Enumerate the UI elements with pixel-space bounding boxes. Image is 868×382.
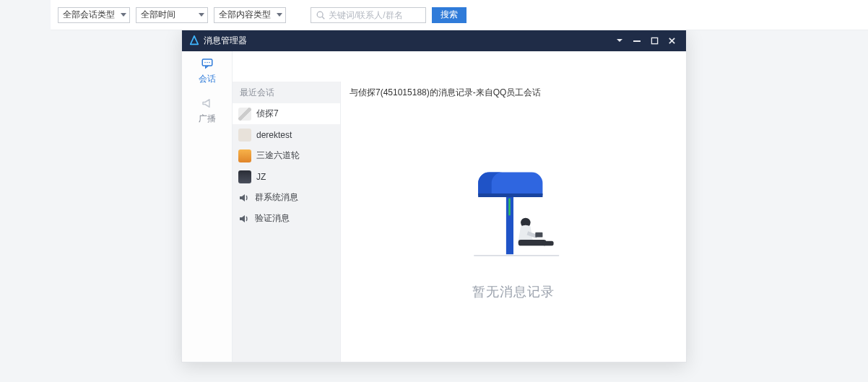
window-body: 全部会话类型 全部时间 全部内容类型 搜索 — [182, 51, 686, 362]
window-close-button[interactable] — [663, 30, 680, 51]
titlebar[interactable]: 消息管理器 — [182, 30, 686, 51]
message-detail-pane: 与侦探7(451015188)的消息记录-来自QQ员工会话 — [341, 82, 686, 362]
filter-time[interactable]: 全部时间 — [136, 7, 208, 23]
speaker-icon — [238, 213, 250, 225]
window-title: 消息管理器 — [204, 35, 247, 47]
sidebar-nav: 会话 广播 — [182, 51, 233, 362]
nav-item-chat[interactable]: 会话 — [182, 51, 232, 91]
svg-line-3 — [322, 17, 324, 19]
contact-name: 三途六道轮 — [256, 149, 300, 162]
window-maximize-button[interactable] — [646, 30, 663, 51]
search-input[interactable] — [329, 10, 437, 20]
contact-list-header: 最近会话 — [233, 82, 340, 103]
contact-name: derektest — [256, 130, 292, 140]
nav-item-broadcast[interactable]: 广播 — [182, 91, 232, 131]
svg-point-6 — [207, 62, 208, 64]
nav-item-label: 广播 — [199, 113, 216, 125]
detail-title: 与侦探7(451015188)的消息记录-来自QQ员工会话 — [341, 82, 686, 103]
filter-content-type[interactable]: 全部内容类型 — [214, 7, 286, 23]
toolbar: 全部会话类型 全部时间 全部内容类型 搜索 — [51, 0, 868, 30]
speaker-icon — [238, 192, 250, 204]
contact-name: 验证消息 — [255, 212, 290, 225]
filter-session-type[interactable]: 全部会话类型 — [58, 7, 130, 23]
chevron-down-icon — [277, 13, 282, 17]
window-menu-button[interactable] — [611, 30, 628, 51]
svg-point-2 — [317, 12, 323, 17]
svg-rect-1 — [651, 38, 657, 43]
contact-list: 最近会话 侦探7 derektest 三途六道轮 JZ — [233, 82, 341, 362]
chevron-down-icon — [121, 13, 126, 17]
contact-name: JZ — [256, 172, 266, 182]
svg-rect-12 — [518, 239, 547, 245]
svg-rect-14 — [535, 232, 542, 237]
contact-item[interactable]: 侦探7 — [233, 103, 340, 124]
chat-icon — [200, 57, 214, 70]
window-minimize-button[interactable] — [628, 30, 646, 51]
contact-item[interactable]: JZ — [233, 166, 340, 187]
empty-mailbox-illustration — [452, 151, 575, 269]
svg-rect-13 — [542, 240, 553, 246]
svg-rect-9 — [478, 193, 542, 196]
megaphone-icon — [200, 97, 214, 110]
svg-rect-10 — [508, 198, 511, 215]
empty-state-text: 暂无消息记录 — [472, 283, 555, 300]
avatar — [238, 108, 251, 121]
chevron-down-icon — [199, 13, 204, 17]
app-window: 消息管理器 全部会话类型 全部时间 全部内容类型 — [181, 29, 687, 363]
search-icon — [316, 10, 326, 20]
contact-item[interactable]: 三途六道轮 — [233, 145, 340, 166]
contact-item[interactable]: 群系统消息 — [233, 187, 340, 208]
app-logo-icon — [189, 35, 199, 45]
svg-point-7 — [209, 62, 210, 64]
avatar — [238, 129, 251, 142]
empty-state: 暂无消息记录 — [341, 103, 686, 362]
search-button[interactable]: 搜索 — [432, 7, 466, 23]
filter-time-label: 全部时间 — [141, 9, 175, 21]
svg-rect-0 — [633, 40, 641, 42]
contact-item[interactable]: 验证消息 — [233, 208, 340, 229]
avatar — [238, 149, 251, 162]
svg-point-5 — [204, 62, 206, 64]
search-box[interactable] — [311, 7, 426, 23]
filter-session-type-label: 全部会话类型 — [63, 9, 115, 21]
nav-item-label: 会话 — [199, 73, 216, 85]
contact-item[interactable]: derektest — [233, 124, 340, 145]
contact-name: 群系统消息 — [255, 191, 298, 204]
contact-name: 侦探7 — [256, 108, 279, 120]
avatar — [238, 170, 251, 183]
filter-content-type-label: 全部内容类型 — [219, 9, 271, 21]
svg-rect-8 — [506, 187, 513, 254]
